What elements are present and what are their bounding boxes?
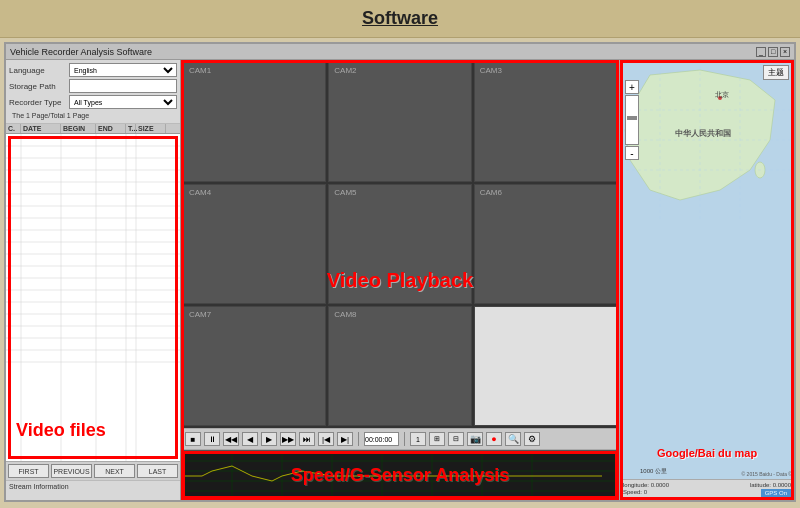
view-1-button[interactable]: 1 bbox=[410, 432, 426, 446]
right-content: CAM1 CAM2 CAM3 CAM4 CAM5 bbox=[181, 60, 794, 500]
theme-button[interactable]: 主题 bbox=[763, 65, 789, 80]
beijing-label: 北京 bbox=[715, 90, 729, 100]
left-top-controls: Language English Storage Path Recorder T… bbox=[6, 60, 180, 124]
rewind-fast-button[interactable]: ◀◀ bbox=[223, 432, 239, 446]
col-end-header: END bbox=[96, 124, 126, 133]
window-titlebar: Vehicle Recorder Analysis Software _ □ × bbox=[6, 44, 794, 60]
previous-button[interactable]: PREVIOUS bbox=[51, 464, 92, 478]
speed-sensor-label: Speed/G-Sensor Analysis bbox=[291, 465, 509, 486]
settings-button[interactable]: ⚙ bbox=[524, 432, 540, 446]
rewind-button[interactable]: ◀ bbox=[242, 432, 258, 446]
storage-label: Storage Path bbox=[9, 82, 69, 91]
stop-button[interactable]: ■ bbox=[185, 432, 201, 446]
cam8-cell: CAM8 bbox=[328, 306, 471, 426]
map-panel: + - 主题 北京 中华人民共和国 100 bbox=[619, 60, 794, 500]
map-zoom-controls: + - bbox=[625, 80, 639, 160]
lat-lng-info: longitude: 0.0000 latitude: 0.0000 bbox=[623, 482, 791, 488]
col-t-header: T... bbox=[126, 124, 136, 133]
col-date-header: DATE bbox=[21, 124, 61, 133]
map-label: Google/Bai du map bbox=[657, 447, 757, 459]
cam6-cell: CAM6 bbox=[474, 184, 617, 304]
latitude-label: latitude: 0.0000 bbox=[750, 482, 791, 488]
cam2-cell: CAM2 bbox=[328, 62, 471, 182]
longitude-label: longitude: 0.0000 bbox=[623, 482, 669, 488]
map-copyright: © 2015 Baidu - Data © bbox=[742, 471, 792, 477]
first-button[interactable]: FIRST bbox=[8, 464, 49, 478]
last-button[interactable]: LAST bbox=[137, 464, 178, 478]
time-input[interactable] bbox=[364, 432, 399, 446]
view-4-button[interactable]: ⊞ bbox=[429, 432, 445, 446]
snapshot-button[interactable]: 📷 bbox=[467, 432, 483, 446]
next-button[interactable]: NEXT bbox=[94, 464, 135, 478]
nav-buttons: FIRST PREVIOUS NEXT LAST bbox=[6, 461, 180, 480]
cam6-label: CAM6 bbox=[480, 188, 502, 197]
stream-info: Stream Information bbox=[6, 480, 180, 500]
cam7-cell: CAM7 bbox=[183, 306, 326, 426]
cam2-label: CAM2 bbox=[334, 66, 356, 75]
cam9-cell bbox=[474, 306, 617, 426]
prev-frame-button[interactable]: |◀ bbox=[318, 432, 334, 446]
ctrl-sep1 bbox=[358, 432, 359, 446]
record-button[interactable]: ● bbox=[486, 432, 502, 446]
scale-label: 1000 公里 bbox=[640, 467, 667, 476]
cam1-label: CAM1 bbox=[189, 66, 211, 75]
playback-controls: ■ ⏸ ◀◀ ◀ ▶ ▶▶ ⏭ |◀ ▶| 1 ⊞ ⊟ bbox=[181, 428, 619, 450]
language-row: Language English bbox=[9, 63, 177, 77]
china-label: 中华人民共和国 bbox=[675, 128, 731, 139]
video-grid-container: CAM1 CAM2 CAM3 CAM4 CAM5 bbox=[181, 60, 619, 500]
col-size-header: SIZE bbox=[136, 124, 166, 133]
pause-button[interactable]: ⏸ bbox=[204, 432, 220, 446]
recorder-label: Recorder Type bbox=[9, 98, 69, 107]
file-table-header: C. DATE BEGIN END T... SIZE bbox=[6, 124, 180, 134]
cam7-label: CAM7 bbox=[189, 310, 211, 319]
cam8-label: CAM8 bbox=[334, 310, 356, 319]
video-grid: CAM1 CAM2 CAM3 CAM4 CAM5 bbox=[181, 60, 619, 428]
cam5-cell: CAM5 bbox=[328, 184, 471, 304]
recorder-row: Recorder Type All Types bbox=[9, 95, 177, 109]
maximize-button[interactable]: □ bbox=[768, 47, 778, 57]
video-area: CAM1 CAM2 CAM3 CAM4 CAM5 bbox=[181, 60, 794, 500]
left-panel: Language English Storage Path Recorder T… bbox=[6, 60, 181, 500]
play-button[interactable]: ▶ bbox=[261, 432, 277, 446]
software-window: Vehicle Recorder Analysis Software _ □ ×… bbox=[4, 42, 796, 502]
map-bottom-info: longitude: 0.0000 latitude: 0.0000 Speed… bbox=[620, 479, 794, 500]
view-9-button[interactable]: ⊟ bbox=[448, 432, 464, 446]
cam4-cell: CAM4 bbox=[183, 184, 326, 304]
cam3-cell: CAM3 bbox=[474, 62, 617, 182]
storage-input[interactable] bbox=[69, 79, 177, 93]
grid-lines-svg bbox=[6, 134, 180, 461]
recorder-select[interactable]: All Types bbox=[69, 95, 177, 109]
stream-info-label: Stream Information bbox=[9, 483, 69, 490]
col-begin-header: BEGIN bbox=[61, 124, 96, 133]
scale-value: 1000 公里 bbox=[640, 468, 667, 474]
next-frame-button[interactable]: ▶| bbox=[337, 432, 353, 446]
window-title: Vehicle Recorder Analysis Software bbox=[10, 47, 152, 57]
gps-button[interactable]: GPS On bbox=[761, 489, 791, 497]
zoom-in-button[interactable]: + bbox=[625, 80, 639, 94]
content-area: Language English Storage Path Recorder T… bbox=[6, 60, 794, 500]
page-info: The 1 Page/Total 1 Page bbox=[9, 111, 177, 120]
cam4-label: CAM4 bbox=[189, 188, 211, 197]
storage-row: Storage Path bbox=[9, 79, 177, 93]
ctrl-sep2 bbox=[404, 432, 405, 446]
zoom-out-button[interactable]: - bbox=[625, 146, 639, 160]
cam5-label: CAM5 bbox=[334, 188, 356, 197]
language-select[interactable]: English bbox=[69, 63, 177, 77]
header: Software bbox=[0, 0, 800, 38]
skip-end-button[interactable]: ⏭ bbox=[299, 432, 315, 446]
speed-gps-row: Speed: 0 GPS On bbox=[623, 489, 791, 497]
minimize-button[interactable]: _ bbox=[756, 47, 766, 57]
speed-panel: Speed/G-Sensor Analysis bbox=[181, 450, 619, 500]
col-c-header: C. bbox=[6, 124, 21, 133]
zoom-button[interactable]: 🔍 bbox=[505, 432, 521, 446]
close-button[interactable]: × bbox=[780, 47, 790, 57]
window-controls: _ □ × bbox=[756, 47, 790, 57]
forward-button[interactable]: ▶▶ bbox=[280, 432, 296, 446]
speed-map-label: Speed: 0 bbox=[623, 489, 647, 497]
language-label: Language bbox=[9, 66, 69, 75]
cam1-cell: CAM1 bbox=[183, 62, 326, 182]
file-list-area: Video files bbox=[6, 134, 180, 461]
cam3-label: CAM3 bbox=[480, 66, 502, 75]
map-svg bbox=[620, 60, 794, 479]
map-container: + - 主题 北京 中华人民共和国 100 bbox=[620, 60, 794, 479]
